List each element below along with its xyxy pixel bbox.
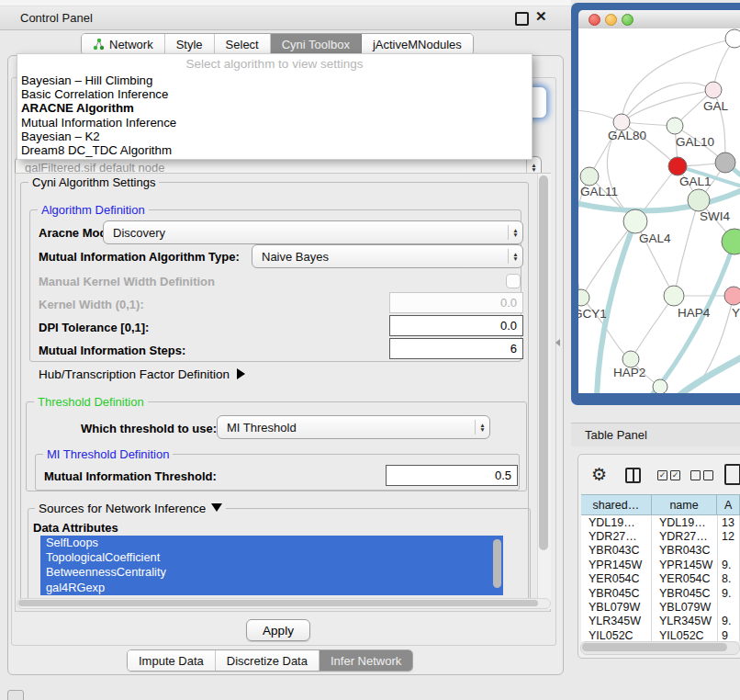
network-node[interactable]: [664, 286, 684, 306]
mi-steps-field[interactable]: 6: [389, 338, 523, 359]
attribute-list-item-selected[interactable]: BetweennessCentrality: [40, 565, 503, 580]
table-cell: YBR043C: [652, 544, 718, 558]
apply-button[interactable]: Apply: [246, 619, 310, 641]
unchecked-box-icon[interactable]: [690, 470, 701, 480]
table-cell: YDL19…: [581, 515, 652, 529]
tab-impute-data[interactable]: Impute Data: [128, 650, 216, 671]
table-row[interactable]: YBR045CYBR045C9.: [581, 586, 740, 600]
tab-label: Select: [226, 38, 259, 51]
split-pane-collapse-arrow[interactable]: [555, 339, 560, 346]
bottom-left-chip[interactable]: [7, 690, 24, 700]
table-row[interactable]: YPR145WYPR145W9.: [581, 558, 740, 571]
new-table-file-icon[interactable]: [724, 464, 740, 485]
settings-vscrollbar-thumb[interactable]: [539, 175, 548, 550]
manual-kernel-checkbox[interactable]: [506, 274, 521, 288]
network-node[interactable]: [578, 289, 589, 306]
tab-label: Infer Network: [331, 654, 401, 668]
network-node-label: GAL: [703, 99, 729, 113]
table-cell: YDR27…: [581, 529, 652, 543]
column-header[interactable]: A: [717, 495, 740, 514]
network-node-label: GAL10: [676, 135, 714, 149]
table-panel-title: Table Panel: [585, 428, 647, 442]
tab-network[interactable]: Network: [82, 34, 165, 54]
attribute-list-item-selected[interactable]: TopologicalCoefficient: [40, 550, 503, 565]
attribute-list-item-selected[interactable]: gal4RGexp: [40, 581, 503, 595]
network-node[interactable]: [715, 152, 735, 173]
tab-style[interactable]: Style: [165, 34, 215, 54]
algorithm-option[interactable]: Bayesian – K2: [17, 130, 532, 143]
table-row[interactable]: YBR043CYBR043C: [581, 544, 740, 558]
network-node[interactable]: [667, 118, 683, 134]
tab-jactivemnodules[interactable]: jActiveMNodules: [362, 34, 473, 54]
hub-definition-expander[interactable]: Hub/Transcription Factor Definition: [39, 367, 245, 381]
algorithm-option[interactable]: Dream8 DC_TDC Algorithm: [17, 143, 532, 157]
network-edge[interactable]: [631, 296, 674, 359]
network-graph[interactable]: GALGAL80GAL10GAL1GAL11SWI4GAL4GCY1HAP4YH…: [578, 28, 740, 393]
network-edge[interactable]: [674, 200, 699, 296]
network-node[interactable]: [688, 189, 710, 211]
tab-infer-network[interactable]: Infer Network: [320, 650, 412, 671]
network-node[interactable]: [653, 379, 667, 393]
sources-collapser[interactable]: Sources for Network Inference: [35, 502, 226, 515]
network-node[interactable]: [724, 287, 740, 305]
network-node[interactable]: [668, 157, 687, 175]
close-traffic-light-icon[interactable]: [589, 14, 600, 26]
table-cell: YER054C: [581, 572, 652, 586]
network-edge[interactable]: [622, 90, 713, 122]
table-row[interactable]: YIL052CYIL052C9: [581, 628, 740, 641]
mi-steps-label: Mutual Information Steps:: [39, 344, 185, 357]
column-header[interactable]: name: [652, 495, 718, 514]
column-header[interactable]: shared…: [581, 495, 652, 514]
gear-icon[interactable]: ⚙: [591, 464, 607, 485]
control-panel-title: Control Panel: [20, 11, 93, 25]
split-columns-icon[interactable]: [625, 468, 641, 483]
table-cell: YPR145W: [652, 558, 718, 571]
attributes-scrollbar-thumb[interactable]: [493, 539, 501, 588]
network-node[interactable]: [580, 167, 599, 186]
unchecked-box-icon[interactable]: [703, 470, 713, 480]
network-node[interactable]: [725, 29, 740, 48]
table-cell: YIL052C: [652, 628, 718, 641]
algorithm-option[interactable]: Bayesian – Hill Climbing: [17, 73, 532, 87]
mi-threshold-field[interactable]: 0.5: [386, 465, 518, 486]
network-node-label: GAL4: [639, 231, 671, 245]
table-row[interactable]: YER054CYER054C8.: [581, 572, 740, 586]
table-cell: YBR043C: [581, 544, 652, 558]
which-threshold-combo[interactable]: MI Threshold ▲▼: [217, 415, 490, 439]
algorithm-option[interactable]: Basic Correlation Inference: [17, 87, 532, 101]
network-node[interactable]: [623, 209, 647, 233]
minimize-traffic-light-icon[interactable]: [605, 14, 617, 26]
network-edge[interactable]: [581, 221, 635, 298]
dpi-tolerance-field[interactable]: 0.0: [389, 315, 523, 336]
table-row[interactable]: YDR27…YDR27…12: [581, 529, 740, 543]
table-cell: YBL079W: [581, 600, 652, 614]
float-panel-icon[interactable]: [515, 12, 529, 26]
attribute-list-item-selected[interactable]: SelfLoops: [40, 536, 503, 550]
table-row[interactable]: YDL19…YDL19…13: [581, 515, 740, 529]
tab-select[interactable]: Select: [215, 34, 271, 54]
settings-hscrollbar-thumb[interactable]: [18, 600, 538, 606]
algorithm-option[interactable]: ARACNE Algorithm: [17, 101, 532, 115]
zoom-traffic-light-icon[interactable]: [622, 14, 633, 26]
network-window-titlebar[interactable]: [578, 10, 740, 29]
table-cell: YER054C: [652, 572, 718, 586]
checked-box-icon[interactable]: ✓: [670, 470, 680, 480]
algorithm-option[interactable]: Mutual Information Inference: [17, 116, 532, 130]
network-node[interactable]: [705, 82, 722, 98]
checked-box-icon[interactable]: ✓: [657, 470, 667, 480]
mi-type-combo[interactable]: Naive Bayes ▲▼: [252, 244, 523, 268]
aracne-mode-combo[interactable]: Discovery ▲▼: [103, 220, 523, 244]
tab-label: Style: [176, 38, 203, 51]
tab-label: jActiveMNodules: [373, 38, 462, 51]
network-node[interactable]: [722, 229, 740, 254]
network-edge-highlighted[interactable]: [678, 358, 740, 393]
tab-cyni-toolbox[interactable]: Cyni Toolbox: [271, 34, 362, 54]
node-attribute-table[interactable]: shared…nameAYDL19…YDL19…13YDR27…YDR27…12…: [581, 494, 740, 641]
table-row[interactable]: YBL079WYBL079W: [581, 600, 740, 614]
table-row[interactable]: YLR345WYLR345W9.: [581, 615, 740, 628]
expander-right-icon: [237, 368, 245, 379]
tab-discretize-data[interactable]: Discretize Data: [216, 650, 320, 671]
close-panel-icon[interactable]: ✕: [535, 8, 547, 25]
table-hscrollbar-thumb[interactable]: [582, 643, 727, 651]
kernel-width-field[interactable]: 0.0: [389, 292, 523, 313]
